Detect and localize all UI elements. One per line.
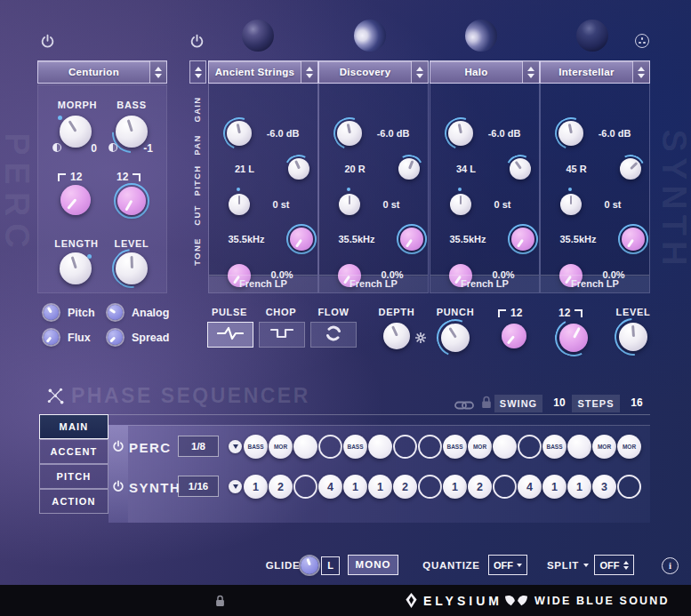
seq-step-6[interactable] xyxy=(368,435,392,459)
seq-step-13[interactable]: 1 xyxy=(542,475,566,499)
channel-preset-spinner[interactable] xyxy=(301,61,317,83)
channel-preset-spinner[interactable] xyxy=(411,61,428,83)
seq-tab-main[interactable]: MAIN xyxy=(39,414,108,439)
perc-level-knob[interactable] xyxy=(116,252,148,284)
link-icon[interactable] xyxy=(454,398,474,414)
split-label-group[interactable]: SPLIT xyxy=(547,560,589,571)
perc-row-dropdown[interactable] xyxy=(229,440,242,453)
lock-icon[interactable] xyxy=(481,396,492,412)
split-select[interactable]: OFF xyxy=(594,555,634,575)
cut-knob[interactable] xyxy=(618,224,648,254)
gain-knob[interactable] xyxy=(448,121,473,146)
steps-value[interactable]: 16 xyxy=(623,396,650,409)
spread-toggle-label[interactable]: Spread xyxy=(132,332,169,344)
seq-step-1[interactable]: 1 xyxy=(244,475,268,499)
perc-rate-select[interactable]: 1/8 xyxy=(178,436,219,457)
cut-knob[interactable] xyxy=(397,224,427,254)
synth-power-button[interactable] xyxy=(189,34,205,52)
perc-row-power-button[interactable] xyxy=(112,440,125,456)
channel-preset-spinner[interactable] xyxy=(522,61,539,83)
seq-step-3[interactable] xyxy=(293,475,317,499)
seq-step-15[interactable]: MOR xyxy=(592,435,616,459)
seq-step-5[interactable]: BASS xyxy=(343,435,367,459)
filter-type-select[interactable]: French LP xyxy=(319,275,428,292)
seq-step-10[interactable]: MOR xyxy=(468,435,492,459)
chop-mode-button[interactable] xyxy=(259,322,305,348)
swing-value[interactable]: 10 xyxy=(546,396,573,409)
depth-knob[interactable] xyxy=(383,323,410,349)
quantize-select[interactable]: OFF xyxy=(488,555,527,575)
flux-toggle-label[interactable]: Flux xyxy=(68,332,91,344)
filter-type-select[interactable]: French LP xyxy=(209,275,317,292)
seq-step-11[interactable] xyxy=(493,475,517,499)
seq-step-2[interactable]: 2 xyxy=(269,475,293,499)
seq-step-16[interactable]: MOR xyxy=(617,435,641,459)
cut-knob[interactable] xyxy=(508,224,538,254)
gain-knob[interactable] xyxy=(337,121,362,146)
seq-step-15[interactable]: 3 xyxy=(592,475,616,499)
analog-toggle-label[interactable]: Analog xyxy=(132,307,169,319)
latch-button[interactable]: L xyxy=(321,556,340,575)
gain-knob[interactable] xyxy=(227,121,252,146)
synth-row-power-button[interactable] xyxy=(112,480,125,496)
seq-step-7[interactable] xyxy=(393,435,417,459)
seq-step-9[interactable]: BASS xyxy=(443,435,467,459)
cut-knob[interactable] xyxy=(286,224,317,254)
seq-step-14[interactable] xyxy=(567,435,591,459)
seq-step-8[interactable] xyxy=(418,475,442,499)
channel-preset-select[interactable]: Discovery xyxy=(318,60,429,84)
seq-step-13[interactable]: BASS xyxy=(542,435,566,459)
punch-knob[interactable] xyxy=(441,324,470,352)
seq-step-5[interactable]: 1 xyxy=(343,475,367,499)
seq-step-16[interactable] xyxy=(617,475,641,499)
channel-preset-select[interactable]: Halo xyxy=(430,60,540,84)
pan-knob[interactable] xyxy=(398,158,420,180)
seq-step-9[interactable]: 1 xyxy=(443,475,467,499)
perc-release-knob[interactable] xyxy=(114,183,149,219)
flux-toggle-knob[interactable] xyxy=(44,330,59,345)
seq-step-14[interactable]: 1 xyxy=(567,475,591,499)
synth-rate-select[interactable]: 1/16 xyxy=(178,476,219,497)
filter-type-select[interactable]: French LP xyxy=(430,275,539,292)
seq-step-7[interactable]: 2 xyxy=(393,475,417,499)
seq-tab-accent[interactable]: ACCENT xyxy=(39,439,108,464)
pitch-knob[interactable] xyxy=(229,194,250,215)
pan-knob[interactable] xyxy=(620,158,641,180)
channel-shift-spinner[interactable] xyxy=(189,60,206,84)
seq-step-11[interactable] xyxy=(493,435,517,459)
channel-preset-select[interactable]: Interstellar xyxy=(540,60,650,84)
flow-attack-knob[interactable] xyxy=(502,324,526,348)
length-knob[interactable] xyxy=(60,252,92,284)
seq-step-12[interactable] xyxy=(518,435,542,459)
synth-row-dropdown[interactable] xyxy=(229,480,242,493)
glide-knob[interactable] xyxy=(301,556,318,574)
seq-step-4[interactable]: 4 xyxy=(318,475,342,499)
channel-preset-spinner[interactable] xyxy=(632,61,649,83)
channel-preset-select[interactable]: Ancient Strings xyxy=(208,60,318,84)
mono-button[interactable]: MONO xyxy=(348,555,398,575)
perc-preset-spinner[interactable] xyxy=(149,61,166,83)
analog-toggle-knob[interactable] xyxy=(108,305,123,320)
info-icon[interactable]: i xyxy=(662,557,679,574)
seq-step-12[interactable]: 4 xyxy=(518,475,542,499)
perc-attack-knob[interactable] xyxy=(60,185,91,215)
perc-preset-select[interactable]: Centurion xyxy=(37,60,167,84)
flow-level-knob[interactable] xyxy=(619,323,647,351)
pitch-toggle-label[interactable]: Pitch xyxy=(68,307,95,319)
pan-knob[interactable] xyxy=(288,158,309,180)
seq-step-10[interactable]: 2 xyxy=(468,475,492,499)
flow-release-knob[interactable] xyxy=(559,324,588,352)
seq-step-6[interactable]: 1 xyxy=(368,475,392,499)
pitch-knob[interactable] xyxy=(450,194,471,215)
pitch-knob[interactable] xyxy=(339,194,360,215)
flow-mode-button[interactable] xyxy=(310,322,357,348)
seq-tab-action[interactable]: ACTION xyxy=(39,489,108,514)
pitch-knob[interactable] xyxy=(560,194,582,215)
spread-toggle-knob[interactable] xyxy=(108,330,123,345)
pan-knob[interactable] xyxy=(510,158,531,180)
seq-step-2[interactable]: MOR xyxy=(269,435,293,459)
depth-settings-gear-icon[interactable] xyxy=(415,331,426,347)
seq-tab-pitch[interactable]: PITCH xyxy=(39,464,108,489)
swing-button[interactable]: SWING xyxy=(494,395,542,412)
filter-type-select[interactable]: French LP xyxy=(541,275,649,292)
